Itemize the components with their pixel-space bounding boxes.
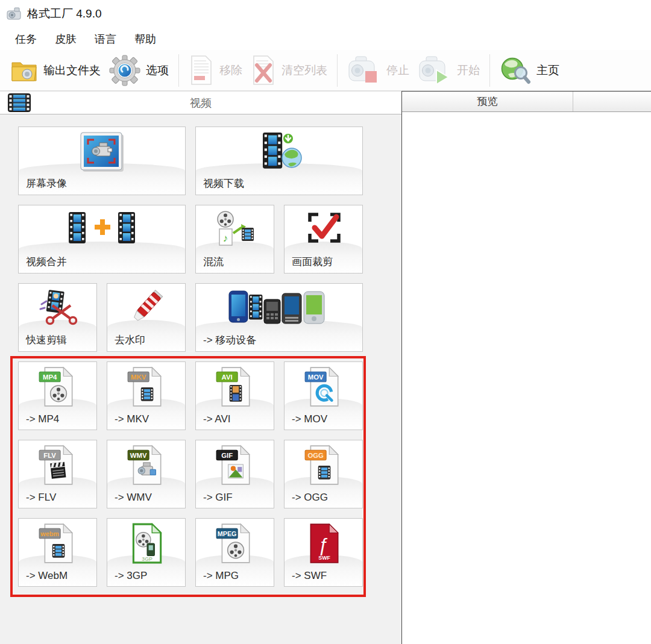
music-note-glyph: ♪ [222, 233, 228, 244]
mp4-file-icon: MP4 [19, 366, 96, 408]
start-label: 开始 [457, 63, 480, 78]
to-swf-button[interactable]: ƒ SWF -> SWF [284, 518, 363, 587]
mobile-device-button[interactable]: -> 移动设备 [195, 283, 363, 352]
crop-button[interactable]: 画面裁剪 [284, 205, 363, 274]
folder-icon [10, 58, 38, 83]
stop-label: 停止 [386, 63, 409, 78]
menu-help[interactable]: 帮助 [125, 30, 165, 48]
main-area: 视频 [0, 91, 651, 644]
button-label: -> 3GP [115, 570, 147, 582]
home-button[interactable]: 主页 [495, 55, 564, 86]
to-wmv-button[interactable]: WMV -> WMV [107, 440, 186, 508]
screen-record-icon [19, 131, 185, 175]
avi-tag-text: AVI [221, 374, 232, 381]
video-panel-header[interactable]: 视频 [0, 91, 401, 114]
stop-button[interactable]: 停止 [343, 55, 414, 86]
mobile-devices-icon [196, 287, 362, 326]
ogg-file-icon: OGG [285, 444, 362, 486]
gear-icon [109, 55, 140, 86]
to-gif-button[interactable]: GIF -> GIF [195, 440, 274, 508]
button-label: 视频合并 [26, 255, 67, 269]
button-label: -> SWF [292, 570, 327, 582]
remove-label: 移除 [219, 63, 242, 78]
threegp-tag-text: 3GP [142, 556, 153, 562]
toolbar: 输出文件夹 选项 [0, 50, 651, 91]
swf-file-icon: ƒ SWF [285, 522, 362, 564]
button-label: -> OGG [292, 492, 328, 504]
button-label: -> MKV [115, 413, 149, 425]
menu-bar: 任务 皮肤 语言 帮助 [0, 28, 651, 50]
video-join-button[interactable]: 视频合并 [18, 205, 186, 274]
button-label: -> MOV [292, 413, 327, 425]
remove-button[interactable]: 移除 [184, 55, 247, 86]
mux-button[interactable]: ♪ 混流 [195, 205, 274, 274]
button-label: -> FLV [26, 492, 56, 504]
screen-record-button[interactable]: 屏幕录像 [18, 127, 186, 195]
button-label: 屏幕录像 [26, 177, 67, 190]
preview-column-header[interactable]: 预览 [402, 92, 573, 111]
toolbar-separator [178, 54, 179, 87]
mpg-tag-text: MPEG [217, 530, 236, 537]
toolbar-separator [337, 54, 338, 87]
webm-file-icon: webm [19, 522, 96, 564]
task-list-header: 预览 [402, 92, 651, 112]
button-label: -> WebM [26, 570, 68, 582]
start-button[interactable]: 开始 [414, 55, 484, 86]
mkv-file-icon: MKV [107, 366, 185, 408]
button-label: -> MPG [203, 570, 239, 582]
mp4-tag-text: MP4 [42, 374, 57, 381]
to-mpg-button[interactable]: MPEG -> MPG [195, 518, 274, 587]
video-download-button[interactable]: 视频下载 [195, 127, 363, 195]
button-label: -> AVI [203, 413, 231, 425]
button-label: -> GIF [203, 492, 233, 504]
to-mov-button[interactable]: MOV -> MOV [284, 361, 363, 430]
wmv-file-icon: WMV [107, 444, 185, 486]
output-folder-label: 输出文件夹 [43, 63, 101, 78]
mux-icon: ♪ [196, 209, 274, 249]
button-label: -> 移动设备 [203, 333, 256, 347]
eraser-icon [107, 287, 185, 327]
swf-tag-text: SWF [318, 555, 330, 561]
video-panel-body: 屏幕录像 视频下载 [0, 114, 401, 644]
to-ogg-button[interactable]: OGG -> OGG [284, 440, 363, 508]
clear-list-page-icon [251, 55, 276, 86]
button-label: 去水印 [115, 333, 145, 347]
crop-check-icon [285, 209, 362, 246]
to-3gp-button[interactable]: 3GP -> 3GP [107, 518, 186, 587]
button-label: 视频下载 [203, 177, 244, 190]
mkv-tag-text: MKV [131, 374, 146, 381]
clear-list-button[interactable]: 清空列表 [247, 55, 332, 86]
video-function-grid: 屏幕录像 视频下载 [18, 127, 363, 587]
to-flv-button[interactable]: FLV [18, 440, 97, 508]
button-label: 快速剪辑 [26, 333, 67, 347]
video-category-panel: 视频 [0, 91, 401, 644]
remove-page-icon [189, 55, 214, 86]
options-button[interactable]: 选项 [105, 55, 173, 86]
clear-list-label: 清空列表 [281, 63, 327, 78]
menu-skin[interactable]: 皮肤 [46, 30, 86, 48]
to-mp4-button[interactable]: MP4 -> MP4 [18, 361, 97, 430]
ogg-tag-text: OGG [307, 452, 324, 459]
toolbar-separator [489, 54, 490, 87]
preview-column-label: 预览 [477, 95, 498, 108]
window-title: 格式工厂 4.9.0 [27, 6, 102, 22]
to-mkv-button[interactable]: MKV -> MKV [107, 361, 186, 430]
video-join-icon [19, 209, 185, 248]
flash-f-glyph: ƒ [318, 534, 328, 555]
app-icon [6, 6, 22, 22]
menu-language[interactable]: 语言 [86, 30, 125, 48]
task-list-panel: 预览 [401, 91, 651, 644]
empty-column-header[interactable] [573, 92, 651, 111]
to-webm-button[interactable]: webm -> WebM [18, 518, 97, 587]
menu-task[interactable]: 任务 [6, 30, 46, 48]
task-list-body[interactable] [402, 112, 651, 644]
mpg-file-icon: MPEG [196, 522, 274, 564]
remove-watermark-button[interactable]: 去水印 [107, 283, 186, 352]
output-folder-button[interactable]: 输出文件夹 [6, 58, 105, 83]
home-label: 主页 [536, 63, 559, 78]
quick-clip-button[interactable]: 快速剪辑 [18, 283, 97, 352]
flv-tag-text: FLV [43, 452, 56, 459]
flv-file-icon: FLV [19, 444, 96, 486]
to-avi-button[interactable]: AVI -> AVI [195, 361, 274, 430]
start-icon [418, 55, 451, 86]
